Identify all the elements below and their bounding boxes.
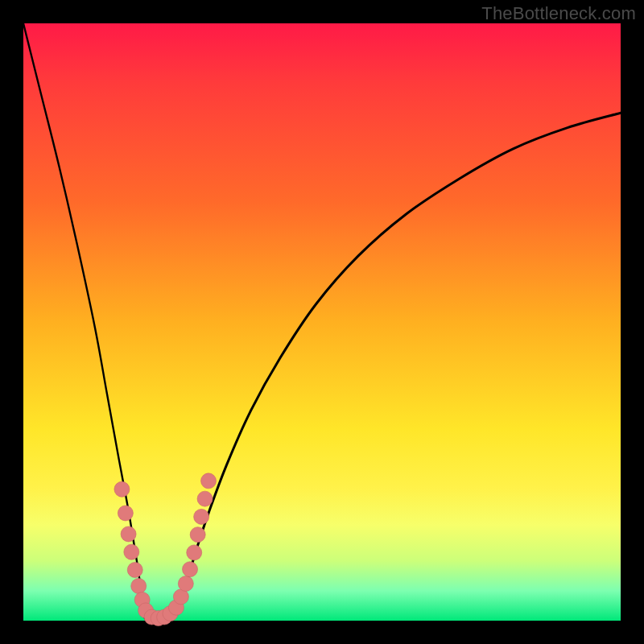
cluster-dot <box>127 562 142 577</box>
cluster-dot <box>114 481 130 497</box>
cluster-dot <box>178 576 193 592</box>
attribution-watermark: TheBottleneck.com <box>481 3 636 24</box>
left-curve <box>23 23 173 621</box>
cluster-dot <box>124 544 139 559</box>
cluster-dot <box>131 578 147 593</box>
cluster-dot <box>183 562 198 577</box>
right-curve <box>173 113 621 612</box>
cluster-dot <box>194 509 209 524</box>
chart-svg <box>23 23 621 621</box>
point-cluster <box>114 473 217 626</box>
cluster-dot <box>121 526 136 542</box>
cluster-dot <box>201 473 217 489</box>
cluster-dot <box>190 527 205 543</box>
cluster-dot <box>197 491 213 506</box>
cluster-dot <box>118 506 133 521</box>
cluster-dot <box>187 545 202 560</box>
